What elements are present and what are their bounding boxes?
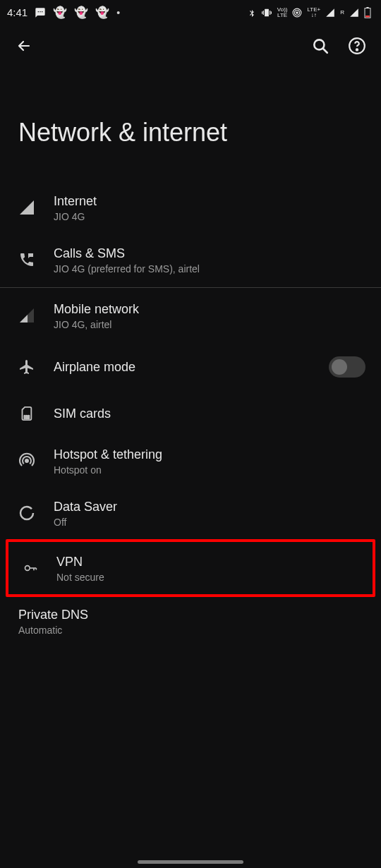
calls-sms-item[interactable]: Calls & SMS JIO 4G (preferred for SMS), … xyxy=(0,234,381,286)
app-bar xyxy=(0,22,381,63)
more-notifications-icon: • xyxy=(116,7,120,18)
notification-icon: 👻 xyxy=(95,6,109,19)
item-subtitle: Hotspot on xyxy=(54,464,365,476)
status-time: 4:41 xyxy=(7,6,28,18)
status-right: Vo))LTE LTE+↓↑ R xyxy=(248,7,371,18)
message-icon xyxy=(35,7,46,18)
svg-point-0 xyxy=(296,11,298,13)
svg-line-7 xyxy=(323,49,327,53)
item-subtitle: JIO 4G (preferred for SMS), airtel xyxy=(54,263,365,275)
signal-full-icon xyxy=(18,199,54,216)
svg-point-14 xyxy=(26,418,28,419)
item-title: Hotspot & tethering xyxy=(54,446,365,463)
svg-point-18 xyxy=(25,566,30,571)
svg-point-15 xyxy=(28,418,30,419)
search-button[interactable] xyxy=(309,35,332,57)
mobile-network-item[interactable]: Mobile network JIO 4G, airtel xyxy=(0,289,381,342)
back-button[interactable] xyxy=(13,35,35,57)
item-subtitle: Automatic xyxy=(18,625,365,636)
private-dns-item[interactable]: Private DNS Automatic xyxy=(0,597,381,648)
nav-handle[interactable] xyxy=(138,860,243,864)
notification-icon: 👻 xyxy=(74,6,88,19)
signal-icon xyxy=(325,8,335,18)
item-title: SIM cards xyxy=(54,405,365,422)
data-saver-item[interactable]: Data Saver Off xyxy=(0,487,381,539)
hotspot-icon xyxy=(18,452,54,469)
internet-item[interactable]: Internet JIO 4G xyxy=(0,181,381,234)
svg-rect-5 xyxy=(365,16,370,17)
svg-point-17 xyxy=(20,507,33,519)
notification-icon: 👻 xyxy=(53,6,67,19)
page-title: Network & internet xyxy=(0,63,381,181)
bluetooth-icon xyxy=(248,8,256,18)
lte-plus-icon: LTE+↓↑ xyxy=(307,7,320,18)
svg-point-9 xyxy=(356,49,358,50)
status-bar: 4:41 👻 👻 👻 • Vo))LTE LTE+↓↑ R xyxy=(0,0,381,22)
battery-low-icon xyxy=(364,7,371,18)
item-title: Internet xyxy=(54,193,365,210)
hotspot-item[interactable]: Hotspot & tethering Hotspot on xyxy=(0,435,381,487)
status-left: 4:41 👻 👻 👻 • xyxy=(7,6,120,19)
item-title: VPN xyxy=(56,553,357,570)
item-subtitle: Not secure xyxy=(56,572,357,583)
item-title: Airplane mode xyxy=(54,358,329,375)
help-button[interactable] xyxy=(346,35,368,57)
hotspot-status-icon xyxy=(292,8,302,18)
svg-point-12 xyxy=(28,416,30,417)
item-subtitle: Off xyxy=(54,517,365,528)
item-subtitle: JIO 4G xyxy=(54,211,365,222)
roaming-icon: R xyxy=(340,10,344,16)
vpn-item[interactable]: VPN Not secure xyxy=(8,542,373,594)
svg-point-11 xyxy=(26,416,28,417)
item-title: Data Saver xyxy=(54,498,365,515)
key-icon xyxy=(21,561,56,575)
item-title: Calls & SMS xyxy=(54,245,365,262)
divider xyxy=(0,287,381,288)
vpn-highlight: VPN Not secure xyxy=(6,539,375,597)
phone-message-icon xyxy=(18,251,54,268)
settings-list: Internet JIO 4G Calls & SMS JIO 4G (pref… xyxy=(0,181,381,648)
sim-cards-item[interactable]: SIM cards xyxy=(0,392,381,435)
item-subtitle: JIO 4G, airtel xyxy=(54,319,365,330)
airplane-icon xyxy=(18,358,54,375)
signal-icon xyxy=(349,8,359,18)
signal-partial-icon xyxy=(18,307,54,324)
volte-icon: Vo))LTE xyxy=(277,7,288,18)
toggle-knob xyxy=(332,359,347,375)
svg-point-13 xyxy=(24,418,25,419)
svg-point-16 xyxy=(25,459,28,462)
airplane-toggle[interactable] xyxy=(329,356,365,378)
svg-point-10 xyxy=(24,416,25,417)
sim-icon xyxy=(18,405,54,422)
item-title: Private DNS xyxy=(18,606,365,623)
vibrate-icon xyxy=(261,8,272,18)
item-title: Mobile network xyxy=(54,301,365,318)
data-saver-icon xyxy=(18,505,54,522)
airplane-mode-item[interactable]: Airplane mode xyxy=(0,342,381,392)
